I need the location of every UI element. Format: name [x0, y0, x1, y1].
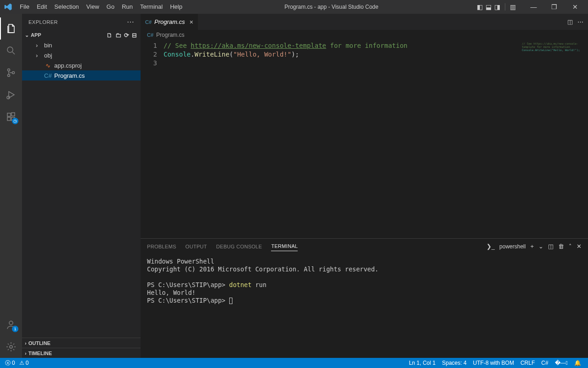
- menu-edit[interactable]: Edit: [33, 0, 51, 14]
- chevron-right-icon: ›: [25, 351, 27, 356]
- chevron-right-icon: ›: [36, 42, 41, 49]
- menu-terminal[interactable]: Terminal: [136, 0, 166, 14]
- maximize-panel-icon[interactable]: ˄: [569, 243, 572, 250]
- split-editor-icon[interactable]: ◫: [567, 18, 573, 25]
- menu-run[interactable]: Run: [118, 0, 136, 14]
- terminal-cursor: [229, 298, 232, 304]
- activity-explorer-icon[interactable]: [0, 17, 22, 40]
- menu-file[interactable]: File: [16, 0, 33, 14]
- menu-view[interactable]: View: [83, 0, 103, 14]
- tab-program[interactable]: C# Program.cs ×: [141, 14, 198, 30]
- sidebar-explorer: EXPLORER ⋯ ⌄ APP 🗋 🗀 ⟳ ⊟ › bin › obj: [22, 14, 141, 358]
- panel-tab-debug[interactable]: DEBUG CONSOLE: [216, 242, 262, 251]
- menu-go[interactable]: Go: [103, 0, 118, 14]
- terminal-shell-icon[interactable]: ❯_: [486, 243, 495, 250]
- xml-file-icon: ∿: [44, 62, 51, 69]
- activity-extensions-icon[interactable]: ◷: [0, 106, 22, 128]
- svg-point-10: [10, 345, 12, 348]
- root-folder-label: APP: [31, 32, 41, 38]
- tab-label: Program.cs: [154, 18, 185, 25]
- outline-label: OUTLINE: [28, 340, 51, 346]
- close-button[interactable]: ✕: [565, 0, 585, 14]
- chevron-right-icon: ›: [36, 52, 41, 59]
- status-bar: ⓧ0 ⚠0 Ln 1, Col 1 Spaces: 4 UTF-8 with B…: [0, 358, 588, 368]
- panel-tab-problems[interactable]: PROBLEMS: [147, 242, 176, 251]
- folder-label: bin: [44, 42, 52, 49]
- refresh-icon[interactable]: ⟳: [124, 32, 129, 39]
- activity-search-icon[interactable]: [0, 40, 22, 62]
- status-language[interactable]: C#: [538, 360, 551, 366]
- minimap[interactable]: // See https://aka.ms/new-console-templa…: [519, 40, 588, 238]
- close-tab-icon[interactable]: ×: [190, 18, 193, 26]
- menu-help[interactable]: Help: [166, 0, 186, 14]
- status-ln-col[interactable]: Ln 1, Col 1: [406, 360, 439, 366]
- svg-rect-6: [7, 117, 11, 121]
- status-encoding[interactable]: UTF-8 with BOM: [470, 360, 517, 366]
- tree-folder-obj[interactable]: › obj: [22, 50, 141, 60]
- activity-settings-icon[interactable]: [0, 336, 22, 358]
- terminal-shell-label[interactable]: powershell: [499, 243, 526, 250]
- menu-selection[interactable]: Selection: [51, 0, 82, 14]
- activity-account-icon[interactable]: 1: [0, 314, 22, 336]
- editor-tabs: C# Program.cs × ◫ ⋯: [141, 14, 588, 30]
- tree-file-csproj[interactable]: ∿ app.csproj: [22, 60, 141, 70]
- terminal[interactable]: Windows PowerShell Copyright (C) 2016 Mi…: [141, 254, 588, 358]
- svg-rect-8: [11, 113, 15, 116]
- toggle-panel-bottom-icon[interactable]: ⬓: [486, 3, 492, 11]
- split-terminal-icon[interactable]: ◫: [548, 243, 554, 250]
- new-folder-icon[interactable]: 🗀: [115, 32, 121, 39]
- status-eol[interactable]: CRLF: [517, 360, 538, 366]
- toggle-panel-right-icon[interactable]: ◨: [494, 3, 500, 11]
- svg-point-1: [8, 69, 10, 71]
- new-file-icon[interactable]: 🗋: [107, 32, 113, 39]
- activity-debug-icon[interactable]: [0, 84, 22, 106]
- outline-section[interactable]: › OUTLINE: [22, 338, 141, 348]
- bottom-panel: PROBLEMS OUTPUT DEBUG CONSOLE TERMINAL ❯…: [141, 238, 588, 358]
- activity-scm-icon[interactable]: [0, 62, 22, 84]
- explorer-more-icon[interactable]: ⋯: [127, 17, 135, 26]
- timeline-label: TIMELINE: [28, 351, 52, 356]
- terminal-dropdown-icon[interactable]: ⌄: [538, 243, 543, 250]
- folder-label: obj: [44, 52, 52, 59]
- csharp-file-icon: C#: [147, 32, 153, 38]
- panel-tab-output[interactable]: OUTPUT: [186, 242, 207, 251]
- toggle-panel-left-icon[interactable]: ◧: [477, 3, 483, 11]
- chevron-down-icon: ⌄: [25, 32, 29, 38]
- editor-more-icon[interactable]: ⋯: [577, 18, 583, 25]
- code-editor[interactable]: 1 2 3 // See https://aka.ms/new-console-…: [141, 40, 588, 238]
- editor-area: C# Program.cs × ◫ ⋯ C# Program.cs 1 2 3 …: [141, 14, 588, 358]
- error-icon: ⓧ: [5, 359, 11, 367]
- explorer-root[interactable]: ⌄ APP 🗋 🗀 ⟳ ⊟: [22, 30, 141, 40]
- minimize-button[interactable]: ―: [523, 0, 544, 14]
- tree-file-program[interactable]: C# Program.cs: [22, 70, 141, 80]
- account-badge: 1: [12, 326, 18, 332]
- timeline-section[interactable]: › TIMELINE: [22, 348, 141, 358]
- separator: [505, 3, 505, 11]
- extensions-badge-clock-icon: ◷: [12, 118, 18, 124]
- customize-layout-icon[interactable]: ▥: [510, 3, 516, 11]
- panel-tab-terminal[interactable]: TERMINAL: [271, 242, 298, 251]
- close-panel-icon[interactable]: ✕: [577, 243, 582, 250]
- status-feedback-icon[interactable]: �—⃝: [552, 360, 571, 366]
- new-terminal-icon[interactable]: +: [530, 243, 534, 250]
- svg-point-9: [9, 321, 13, 325]
- file-label: app.csproj: [54, 62, 82, 69]
- tree-folder-bin[interactable]: › bin: [22, 40, 141, 50]
- vscode-logo-icon: [0, 3, 16, 11]
- menu-bar: File Edit Selection View Go Run Terminal…: [16, 0, 186, 14]
- status-bell-icon[interactable]: 🔔: [571, 360, 584, 366]
- line-gutter: 1 2 3: [141, 40, 164, 238]
- maximize-button[interactable]: ❐: [544, 0, 565, 14]
- svg-point-3: [12, 72, 15, 74]
- status-spaces[interactable]: Spaces: 4: [439, 360, 469, 366]
- layout-icons: ◧ ⬓ ◨ ▥: [477, 3, 520, 11]
- file-tree: › bin › obj ∿ app.csproj C# Program.cs: [22, 40, 141, 338]
- chevron-right-icon: ›: [25, 340, 27, 346]
- kill-terminal-icon[interactable]: 🗑: [558, 243, 564, 250]
- collapse-all-icon[interactable]: ⊟: [132, 32, 137, 39]
- breadcrumb[interactable]: C# Program.cs: [141, 30, 588, 40]
- warning-icon: ⚠: [19, 360, 24, 366]
- status-errors[interactable]: ⓧ0 ⚠0: [3, 359, 31, 367]
- code-content[interactable]: // See https://aka.ms/new-console-templa…: [164, 40, 519, 238]
- title-bar: File Edit Selection View Go Run Terminal…: [0, 0, 588, 14]
